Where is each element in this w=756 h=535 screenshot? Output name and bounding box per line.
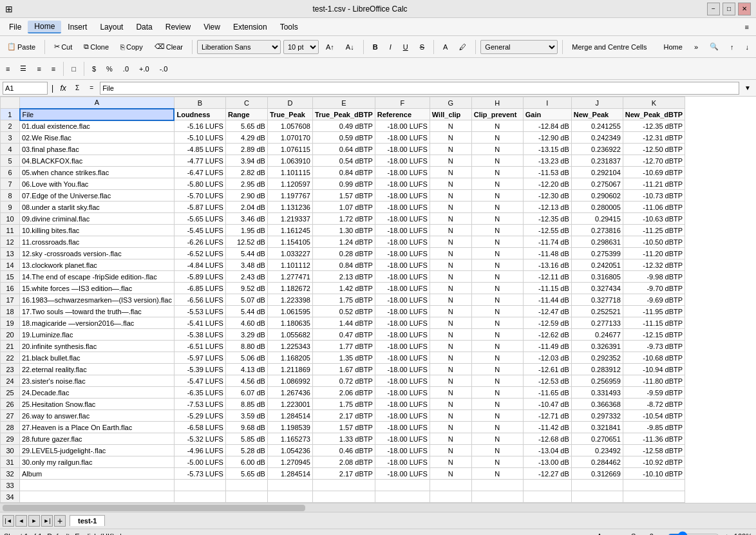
cell-C20[interactable]: 3.29 dB xyxy=(225,329,267,341)
col-header-G[interactable]: G xyxy=(430,97,471,109)
cell-F11[interactable]: -18.00 LUFS xyxy=(375,225,430,236)
formula-input[interactable] xyxy=(100,82,739,95)
cell-D4[interactable]: 1.076115 xyxy=(267,144,312,155)
cell-B19[interactable]: -5.41 LUFS xyxy=(174,317,225,329)
menu-item-view[interactable]: View xyxy=(197,21,227,33)
cell-K25[interactable]: -9.59 dBTP xyxy=(623,387,685,399)
cell-J20[interactable]: 0.24677 xyxy=(571,329,623,341)
cell-F28[interactable]: -18.00 LUFS xyxy=(375,422,430,433)
cell-A5[interactable]: 04.BLACKFOX.flac xyxy=(20,155,175,167)
cell-J17[interactable]: 0.327718 xyxy=(571,294,623,306)
sheet-area[interactable]: ABCDEFGHIJK 1FileLoudnessRangeTrue_PeakT… xyxy=(0,97,756,503)
cell-J8[interactable]: 0.290602 xyxy=(571,190,623,202)
cell-J24[interactable]: 0.256959 xyxy=(571,375,623,387)
horizontal-scrollbar[interactable] xyxy=(0,503,756,512)
cell-B24[interactable]: -5.47 LUFS xyxy=(174,375,225,387)
cell-A29[interactable]: 28.future gazer.flac xyxy=(20,433,175,445)
home-nav-button[interactable]: Home xyxy=(659,41,687,53)
cell-A15[interactable]: 14.The end of escape -fripSide edition-.… xyxy=(20,271,175,283)
cell-D7[interactable]: 1.120597 xyxy=(267,178,312,190)
cell-A12[interactable]: 11.crossroads.flac xyxy=(20,236,175,248)
col-header-E[interactable]: E xyxy=(312,97,375,109)
cell-J5[interactable]: 0.231837 xyxy=(571,155,623,167)
cell-J16[interactable]: 0.327434 xyxy=(571,283,623,294)
paste-button[interactable]: 📋 Paste xyxy=(3,41,40,53)
cell-E20[interactable]: 0.47 dBTP xyxy=(312,329,375,341)
cell-K16[interactable]: -9.70 dBTP xyxy=(623,283,685,294)
cell-E21[interactable]: 1.77 dBTP xyxy=(312,341,375,352)
cell-H29[interactable]: N xyxy=(471,433,523,445)
cell-K6[interactable]: -10.69 dBTP xyxy=(623,167,685,178)
cell-J9[interactable]: 0.280005 xyxy=(571,202,623,213)
cell-H20[interactable]: N xyxy=(471,329,523,341)
cell-C18[interactable]: 5.44 dB xyxy=(225,306,267,317)
cell-G26[interactable]: N xyxy=(430,399,471,410)
sort-desc-toolbar-button[interactable]: ↓ xyxy=(741,41,754,53)
cell-D31[interactable]: 1.270945 xyxy=(267,456,312,468)
cell-I31[interactable]: -13.00 dB xyxy=(523,456,571,468)
strikethrough-button[interactable]: S xyxy=(415,41,429,53)
cell-I12[interactable]: -11.74 dB xyxy=(523,236,571,248)
col-header-J[interactable]: J xyxy=(571,97,623,109)
cell-D2[interactable]: 1.057608 xyxy=(267,120,312,132)
borders-button[interactable]: □ xyxy=(67,63,80,75)
cell-I10[interactable]: -12.35 dB xyxy=(523,213,571,225)
cell-B8[interactable]: -5.70 LUFS xyxy=(174,190,225,202)
cell-B21[interactable]: -6.51 LUFS xyxy=(174,341,225,352)
cell-G3[interactable]: N xyxy=(430,132,471,144)
minimize-button[interactable]: − xyxy=(707,3,720,15)
cell-C26[interactable]: 8.85 dB xyxy=(225,399,267,410)
cell-I26[interactable]: -10.47 dB xyxy=(523,399,571,410)
cell-K18[interactable]: -11.95 dBTP xyxy=(623,306,685,317)
cell-G11[interactable]: N xyxy=(430,225,471,236)
cell-J29[interactable]: 0.270651 xyxy=(571,433,623,445)
font-size-select[interactable]: 10 pt xyxy=(283,40,319,54)
expand-formula-button[interactable]: ▼ xyxy=(742,82,753,94)
cell-K31[interactable]: -10.92 dBTP xyxy=(623,456,685,468)
cell-I5[interactable]: -13.23 dB xyxy=(523,155,571,167)
cell-F21[interactable]: -18.00 LUFS xyxy=(375,341,430,352)
cell-H21[interactable]: N xyxy=(471,341,523,352)
cell-D18[interactable]: 1.061595 xyxy=(267,306,312,317)
cell-A21[interactable]: 20.infinite synthesis.flac xyxy=(20,341,175,352)
dec-decimal-button[interactable]: -.0 xyxy=(155,63,173,75)
cell-J25[interactable]: 0.331493 xyxy=(571,387,623,399)
shrink-font-button[interactable]: A↓ xyxy=(341,41,359,53)
cell-F23[interactable]: -18.00 LUFS xyxy=(375,364,430,375)
cell-C21[interactable]: 8.80 dB xyxy=(225,341,267,352)
cell-A18[interactable]: 17.Two souls —toward the truth—.flac xyxy=(20,306,175,317)
cell-H24[interactable]: N xyxy=(471,375,523,387)
cell-A4[interactable]: 03.final phase.flac xyxy=(20,144,175,155)
cell-I17[interactable]: -11.44 dB xyxy=(523,294,571,306)
cell-F9[interactable]: -18.00 LUFS xyxy=(375,202,430,213)
cell-D22[interactable]: 1.168205 xyxy=(267,352,312,364)
cell-B26[interactable]: -7.53 LUFS xyxy=(174,399,225,410)
menu-item-file[interactable]: File xyxy=(3,21,28,33)
cell-H11[interactable]: N xyxy=(471,225,523,236)
cell-I8[interactable]: -12.30 dB xyxy=(523,190,571,202)
cell-E28[interactable]: 1.57 dBTP xyxy=(312,422,375,433)
cell-D24[interactable]: 1.086992 xyxy=(267,375,312,387)
cell-I3[interactable]: -12.90 dB xyxy=(523,132,571,144)
cell-D11[interactable]: 1.161245 xyxy=(267,225,312,236)
cell-G33[interactable] xyxy=(430,480,471,491)
cell-F34[interactable] xyxy=(375,491,430,503)
cell-D16[interactable]: 1.182672 xyxy=(267,283,312,294)
cell-C27[interactable]: 3.59 dB xyxy=(225,410,267,422)
cell-I19[interactable]: -12.59 dB xyxy=(523,317,571,329)
cell-C28[interactable]: 9.68 dB xyxy=(225,422,267,433)
cell-E4[interactable]: 0.64 dBTP xyxy=(312,144,375,155)
cell-K1[interactable]: New_Peak_dBTP xyxy=(623,109,685,120)
cell-C13[interactable]: 5.44 dB xyxy=(225,248,267,259)
cell-B1[interactable]: Loudness xyxy=(174,109,225,120)
cell-K26[interactable]: -8.72 dBTP xyxy=(623,399,685,410)
cell-D34[interactable] xyxy=(267,491,312,503)
col-header-H[interactable]: H xyxy=(471,97,523,109)
cell-A25[interactable]: 24.Decade.flac xyxy=(20,387,175,399)
cell-F26[interactable]: -18.00 LUFS xyxy=(375,399,430,410)
cell-D10[interactable]: 1.219337 xyxy=(267,213,312,225)
cell-I29[interactable]: -12.68 dB xyxy=(523,433,571,445)
cell-J12[interactable]: 0.298631 xyxy=(571,236,623,248)
menu-item-extension[interactable]: Extension xyxy=(227,21,274,33)
cell-K29[interactable]: -11.36 dBTP xyxy=(623,433,685,445)
